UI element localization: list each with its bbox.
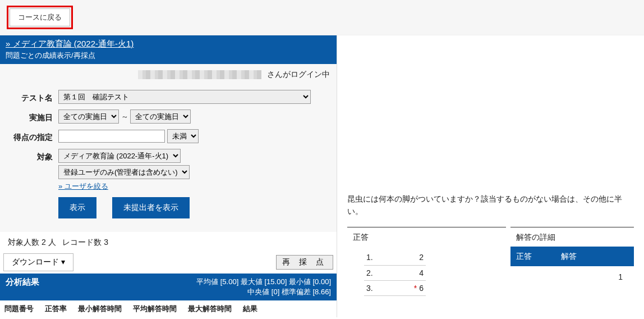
record-count-value: 3 bbox=[104, 238, 108, 247]
date-from-select[interactable]: 全ての実施日 bbox=[58, 110, 119, 124]
detail-col-correct: 正答 bbox=[516, 250, 561, 262]
target-users-select[interactable]: 登録ユーザのみ(管理者は含めない) bbox=[58, 165, 190, 179]
question-text: 昆虫には何本の脚がついていますか？該当するものがない場合は、その他に半い。 bbox=[347, 193, 634, 218]
score-label: 得点の指定 bbox=[8, 129, 58, 143]
login-suffix: さんがログイン中 bbox=[267, 70, 330, 79]
col-question-no: 問題番号 bbox=[4, 304, 34, 314]
rescore-button[interactable]: 再 採 点 bbox=[276, 255, 333, 270]
page-subtitle: 問題ごとの成績表示/再採点 bbox=[6, 51, 331, 61]
col-min-time: 最小解答時間 bbox=[78, 304, 122, 314]
user-name-blurred bbox=[138, 70, 261, 79]
answer-options-list: 1.2 2.4 3.* 6 bbox=[347, 247, 506, 299]
score-condition-select[interactable]: 未満 bbox=[167, 129, 199, 143]
back-to-course-button[interactable]: コースに戻る bbox=[10, 8, 70, 26]
course-link[interactable]: » メディア教育論 (2022-通年-火1) bbox=[6, 39, 134, 48]
analysis-title: 分析結果 bbox=[6, 277, 39, 288]
target-label: 対象 bbox=[8, 149, 58, 162]
detail-col-answer: 解答 bbox=[561, 250, 577, 262]
col-avg-time: 平均解答時間 bbox=[133, 304, 177, 314]
list-item: 2.4 bbox=[364, 266, 426, 281]
col-max-time: 最大解答時間 bbox=[188, 304, 232, 314]
date-to-select[interactable]: 全ての実施日 bbox=[130, 110, 191, 124]
list-item: 1.2 bbox=[364, 250, 426, 265]
score-input[interactable] bbox=[58, 130, 165, 143]
test-name-select[interactable]: 第１回 確認テスト bbox=[58, 90, 311, 104]
stats-line1: 平均値 [5.00] 最大値 [15.00] 最小値 [0.00] bbox=[196, 277, 331, 287]
target-course-select[interactable]: メディア教育論 (2022-通年-火1) bbox=[58, 149, 181, 163]
col-correct-rate: 正答率 bbox=[45, 304, 67, 314]
date-label: 実施日 bbox=[8, 110, 58, 123]
list-item: 3.* 6 bbox=[364, 281, 426, 296]
unsubmitted-button[interactable]: 未提出者を表示 bbox=[112, 197, 190, 218]
col-result: 結果 bbox=[243, 304, 257, 314]
caret-down-icon: ▾ bbox=[61, 257, 65, 266]
show-button[interactable]: 表示 bbox=[58, 197, 96, 218]
download-button[interactable]: ダウンロード ▾ bbox=[3, 253, 73, 271]
target-count-value: 2 人 bbox=[42, 238, 56, 247]
test-name-label: テスト名 bbox=[8, 90, 58, 103]
detail-value: 1 bbox=[510, 266, 634, 288]
answer-detail-title: 解答の詳細 bbox=[510, 227, 634, 247]
stats-line2: 中央値 [0] 標準偏差 [8.66] bbox=[196, 287, 331, 297]
correct-answer-title: 正答 bbox=[347, 227, 506, 247]
date-separator: ～ bbox=[121, 112, 128, 121]
target-count-label: 対象人数 bbox=[8, 238, 39, 247]
filter-users-link[interactable]: » ユーザを絞る bbox=[58, 182, 108, 190]
record-count-label: レコード数 bbox=[62, 238, 102, 247]
